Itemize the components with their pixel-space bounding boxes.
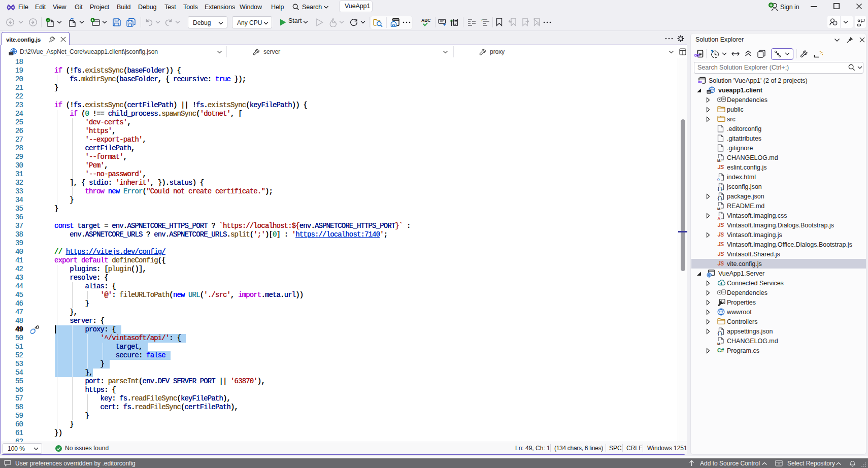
svg-text:ABC: ABC <box>421 18 430 23</box>
svg-text:A: A <box>718 216 721 220</box>
svg-text:M↓: M↓ <box>717 159 722 162</box>
svg-text:JS: JS <box>718 164 724 170</box>
svg-text:{}: {} <box>717 187 722 191</box>
svg-text:JS: JS <box>718 222 724 228</box>
svg-text:JS: JS <box>718 260 724 266</box>
svg-text:{}: {} <box>717 331 722 336</box>
svg-text:JS: JS <box>718 231 724 238</box>
svg-text:M↓: M↓ <box>717 342 722 346</box>
svg-text:M↓: M↓ <box>717 207 722 211</box>
svg-text:〈〉: 〈〉 <box>717 178 720 181</box>
svg-text:?: ? <box>481 18 483 22</box>
svg-text:JS: JS <box>718 241 724 247</box>
svg-text:JS: JS <box>718 251 724 257</box>
svg-text:{}: {} <box>717 196 722 200</box>
svg-text:C#: C# <box>717 347 724 353</box>
